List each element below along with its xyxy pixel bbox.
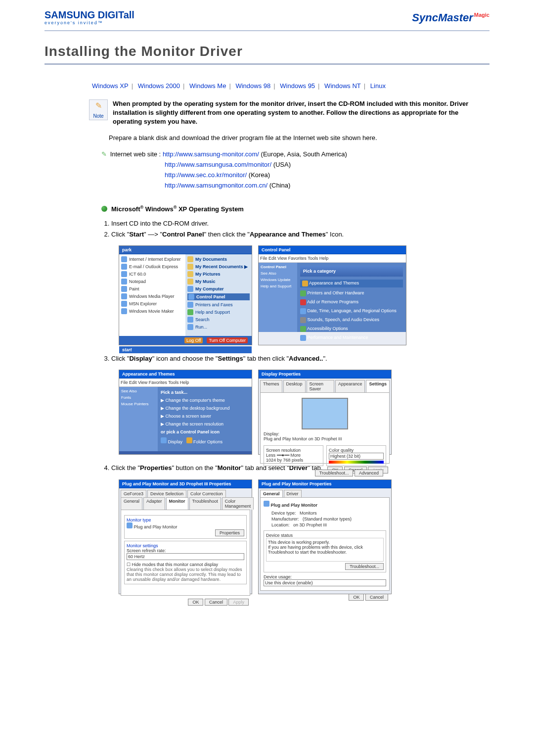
region-3: (China): [269, 182, 291, 189]
syncmaster-sup: Magic: [474, 12, 490, 18]
prepare-text: Prepare a blank disk and download the dr…: [109, 134, 470, 143]
link-site-0[interactable]: http://www.samsung-monitor.com/: [163, 150, 259, 158]
region-1: (USA): [273, 161, 291, 168]
os-link-row: Windows XP| Windows 2000| Windows Me| Wi…: [89, 82, 490, 90]
step-list: Insert CD into the CD-ROM driver. Click …: [101, 219, 490, 239]
screenshot-pnp-monitor-properties: Plug and Play Monitor Properties General…: [258, 479, 392, 594]
link-windows-nt[interactable]: Windows NT: [324, 82, 361, 90]
page-header: SAMSUNG DIGITall everyone's invited™ Syn…: [44, 10, 490, 31]
syncmaster-logo: SyncMasterMagic: [412, 11, 490, 24]
screenshot-row-2: Appearance and Themes File Edit View Fav…: [119, 370, 490, 455]
link-site-3[interactable]: http://www.samsungmonitor.com.cn/: [165, 182, 267, 189]
syncmaster-text: SyncMaster: [412, 11, 473, 24]
step-1: Insert CD into the CD-ROM driver.: [111, 219, 490, 228]
page-title: Installing the Monitor Driver: [44, 44, 490, 65]
region-0: (Europe, Asia, South America): [261, 150, 347, 158]
screenshot-row-1: park Internet / Internet Explorer E-mail…: [119, 245, 490, 345]
screenshot-appearance-themes: Appearance and Themes File Edit View Fav…: [119, 370, 252, 455]
samsung-logo: SAMSUNG DIGITall everyone's invited™: [44, 10, 134, 25]
link-site-2[interactable]: http://www.sec.co.kr/monitor/: [165, 171, 247, 179]
brand-top: SAMSUNG DIGITall: [44, 10, 134, 20]
screenshot-display-properties: Display Properties Themes Desktop Screen…: [258, 370, 392, 455]
link-windows-xp[interactable]: Windows XP: [92, 82, 129, 90]
screenshot-control-panel: Control Panel File Edit View Favorites T…: [258, 245, 406, 345]
link-windows-2000[interactable]: Windows 2000: [138, 82, 180, 90]
screenshot-start-menu: park Internet / Internet Explorer E-mail…: [119, 245, 252, 345]
link-windows-95[interactable]: Windows 95: [280, 82, 315, 90]
step-list-2: Click "Display" icon and choose the "Set…: [101, 354, 490, 363]
globe-icon: [101, 206, 107, 212]
xp-heading: Microsoft® Windows® XP Operating System: [101, 205, 490, 213]
note-icon: Note: [89, 99, 108, 120]
internet-label: Internet web site :: [110, 150, 161, 158]
screenshot-adapter-properties: Plug and Play Monitor and 3D Prophet III…: [119, 479, 252, 594]
note-text: When prompted by the operating system fo…: [113, 99, 490, 127]
step-2: Click "Start" —> "Control Panel" then cl…: [111, 230, 490, 239]
screenshot-row-3: Plug and Play Monitor and 3D Prophet III…: [119, 479, 490, 594]
website-list: ✎ Internet web site : http://www.samsung…: [101, 149, 490, 190]
arrow-icon: ✎: [101, 149, 108, 160]
region-2: (Korea): [249, 171, 270, 179]
step-3: Click "Display" icon and choose the "Set…: [111, 354, 490, 363]
link-windows-98[interactable]: Windows 98: [235, 82, 270, 90]
link-site-1[interactable]: http://www.samsungusa.com/monitor/: [165, 161, 271, 168]
link-windows-me[interactable]: Windows Me: [189, 82, 226, 90]
note-box: Note When prompted by the operating syst…: [89, 99, 490, 127]
brand-bottom: everyone's invited™: [44, 21, 134, 25]
link-linux[interactable]: Linux: [370, 82, 386, 90]
